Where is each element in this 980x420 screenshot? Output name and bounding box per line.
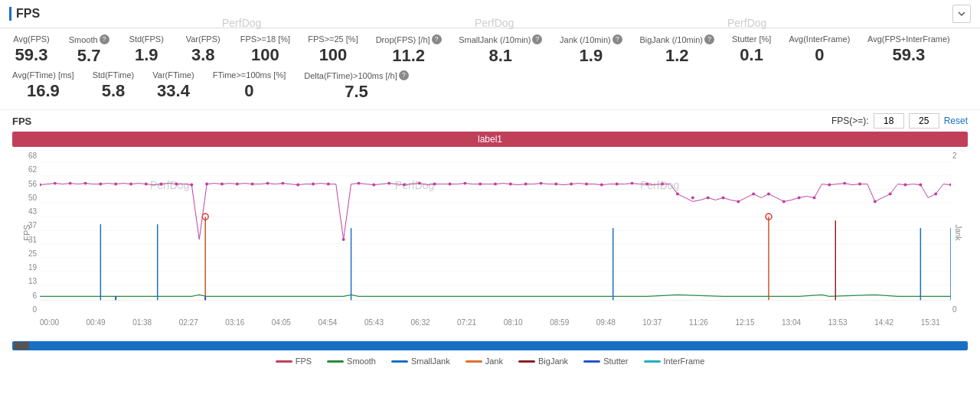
- legend-label-bigjank: BigJank: [538, 357, 568, 366]
- stat-avg-fps-interframe: Avg(FPS+InterFrame)59.3: [868, 34, 949, 65]
- stat-value-var-fps: 3.8: [191, 45, 215, 65]
- svg-point-39: [463, 182, 466, 185]
- stat-value-avg-fps-interframe: 59.3: [892, 45, 925, 65]
- stats-row-1: Avg(FPS)59.3Smooth?5.7Std(FPS)1.9Var(FPS…: [12, 34, 968, 66]
- help-icon-drop-fps[interactable]: ?: [432, 34, 442, 44]
- chart-svg: [40, 148, 951, 315]
- x-axis: 00:0000:4901:3802:2703:1604:0504:5405:43…: [12, 317, 968, 327]
- x-tick: 00:00: [40, 318, 59, 327]
- svg-point-55: [707, 196, 710, 199]
- svg-point-61: [798, 196, 801, 199]
- svg-point-65: [858, 183, 861, 186]
- legend-label-interframe: InterFrame: [664, 357, 705, 366]
- stat-value-ftime100: 0: [244, 81, 253, 101]
- svg-point-29: [312, 183, 315, 186]
- stat-value-stutter: 0.1: [740, 45, 763, 65]
- svg-point-15: [99, 183, 102, 186]
- x-tick: 03:16: [225, 318, 244, 327]
- help-icon-small-jank[interactable]: ?: [532, 34, 542, 44]
- svg-point-50: [631, 182, 634, 185]
- reset-button[interactable]: Reset: [944, 116, 968, 126]
- svg-point-35: [403, 184, 406, 187]
- stat-ftime100: FTime>=100ms [%]0: [213, 70, 286, 101]
- stat-var-fps: Var(FPS)3.8: [184, 34, 222, 65]
- stat-smooth: Smooth?5.7: [69, 34, 109, 66]
- fps25-input[interactable]: [909, 113, 939, 129]
- svg-point-24: [236, 183, 239, 186]
- stat-label-avg-fps-interframe: Avg(FPS+InterFrame): [867, 34, 950, 44]
- svg-point-45: [554, 183, 557, 186]
- stat-value-avg-fps: 59.3: [15, 45, 48, 65]
- y-axis-left: 6862565043373125191360: [12, 148, 40, 317]
- scrollbar-thumb[interactable]: [14, 342, 29, 350]
- stat-value-avg-ftime: 16.9: [27, 81, 60, 101]
- help-icon-big-jank[interactable]: ?: [704, 34, 714, 44]
- svg-point-66: [874, 200, 877, 203]
- scrollbar[interactable]: [12, 341, 968, 350]
- legend-item-stutter: Stutter: [583, 357, 628, 366]
- svg-point-21: [190, 184, 193, 187]
- svg-point-44: [540, 182, 543, 185]
- stat-label-stutter: Stutter [%]: [732, 34, 771, 44]
- help-icon-smooth[interactable]: ?: [100, 34, 109, 44]
- legend-item-fps: FPS: [276, 357, 312, 366]
- svg-point-59: [767, 193, 770, 196]
- stat-label-var-ftime: Var(FTime): [152, 70, 194, 80]
- svg-point-48: [600, 184, 603, 187]
- x-tick: 11:26: [689, 318, 708, 327]
- svg-point-34: [387, 182, 390, 185]
- legend-color-fps: [276, 360, 292, 363]
- svg-point-18: [145, 183, 148, 186]
- stat-label-avg-interframe: Avg(InterFrame): [789, 34, 850, 44]
- x-tick: 07:21: [457, 318, 476, 327]
- fps18-input[interactable]: [874, 113, 904, 129]
- chart-header: FPS FPS(>=): Reset: [0, 109, 980, 132]
- svg-point-43: [524, 183, 528, 186]
- help-icon-delta-ftime[interactable]: ?: [399, 70, 409, 80]
- x-tick: 04:54: [318, 318, 337, 327]
- svg-point-12: [54, 182, 57, 185]
- x-tick: 01:38: [132, 318, 152, 327]
- svg-point-30: [327, 183, 330, 186]
- legend-item-bigjank: BigJank: [518, 357, 568, 366]
- stat-label-smooth: Smooth?: [69, 34, 109, 44]
- svg-point-63: [828, 184, 831, 187]
- stat-label-jank: Jank (/10min)?: [560, 34, 622, 44]
- legend-item-smalljank: SmallJank: [391, 357, 450, 366]
- legend-item-interframe: InterFrame: [644, 357, 705, 366]
- stat-avg-interframe: Avg(InterFrame)0: [789, 34, 850, 65]
- svg-point-16: [114, 183, 117, 186]
- svg-point-19: [160, 183, 163, 186]
- stat-small-jank: SmallJank (/10min)?8.1: [459, 34, 542, 66]
- stat-label-avg-fps: Avg(FPS): [13, 34, 49, 44]
- svg-point-69: [919, 184, 922, 187]
- svg-point-68: [904, 184, 907, 187]
- fps-controls-label: FPS(>=):: [831, 116, 869, 126]
- svg-point-52: [661, 183, 664, 186]
- chevron-down-icon: [957, 9, 966, 18]
- stat-label-avg-ftime: Avg(FTime) [ms]: [12, 70, 74, 80]
- stat-label-ftime100: FTime>=100ms [%]: [213, 70, 286, 80]
- svg-point-62: [813, 196, 816, 199]
- dropdown-button[interactable]: [952, 5, 971, 23]
- svg-point-27: [281, 182, 284, 185]
- stat-value-var-ftime: 33.4: [157, 81, 190, 101]
- svg-point-22: [205, 183, 208, 186]
- stat-label-fps18: FPS>=18 [%]: [240, 34, 290, 44]
- svg-point-33: [372, 184, 375, 187]
- stat-avg-fps: Avg(FPS)59.3: [12, 34, 51, 65]
- stat-value-smooth: 5.7: [77, 46, 101, 66]
- svg-point-20: [175, 183, 178, 186]
- x-tick: 05:43: [364, 318, 384, 327]
- stats-area: Avg(FPS)59.3Smooth?5.7Std(FPS)1.9Var(FPS…: [0, 28, 980, 109]
- svg-point-60: [782, 200, 786, 203]
- help-icon-jank[interactable]: ?: [612, 34, 622, 44]
- legend-color-jank: [466, 360, 482, 363]
- x-tick: 15:31: [921, 318, 940, 327]
- stat-value-fps18: 100: [251, 45, 279, 65]
- stat-label-fps25: FPS>=25 [%]: [308, 34, 358, 44]
- legend-label-smalljank: SmallJank: [411, 357, 450, 366]
- stat-value-jank: 1.9: [580, 46, 603, 66]
- page-title: FPS: [9, 7, 40, 21]
- x-tick: 08:59: [550, 318, 569, 327]
